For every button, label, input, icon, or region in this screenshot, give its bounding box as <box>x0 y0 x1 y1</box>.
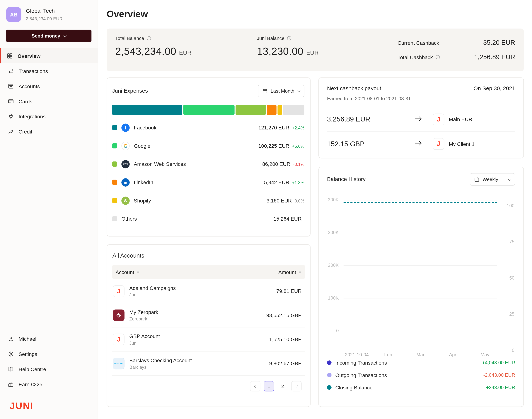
total-balance-label: Total Balance <box>115 36 144 41</box>
company-balance: 2,543,234.00 EUR <box>26 16 63 21</box>
expense-amount: 86,200 EUR <box>262 161 290 167</box>
sidebar-item-cards[interactable]: Cards <box>0 93 98 109</box>
expense-change: +5.6% <box>292 144 304 149</box>
y-axis-tick-right: 75 <box>502 239 514 244</box>
company-avatar: AB <box>6 7 21 22</box>
sort-by-account[interactable]: Account <box>116 269 140 275</box>
expense-amount: 121,270 EUR <box>258 125 289 131</box>
page-button[interactable]: 2 <box>277 381 288 392</box>
current-cashback-label: Current Cashback <box>397 40 439 46</box>
expense-change: +2.4% <box>292 126 304 131</box>
sidebar-item-overview[interactable]: Overview <box>0 48 98 64</box>
expense-row: G Google 100,225 EUR+5.6% <box>112 137 304 155</box>
sidebar-item-help-centre[interactable]: Help Centre <box>0 362 98 377</box>
company-name: Global Tech <box>26 7 63 14</box>
cashback-stats: Current Cashback 35.20 EUR Total Cashbac… <box>397 36 515 64</box>
transactions-icon <box>8 68 14 74</box>
table-row[interactable]: BARCLAYS Barclays Checking AccountBarcla… <box>112 352 305 376</box>
info-icon[interactable] <box>147 36 151 41</box>
y-axis-tick-left: 100K <box>325 295 339 301</box>
page-button[interactable]: 1 <box>264 381 274 392</box>
expense-bar-segment <box>267 105 277 115</box>
expense-bar-segment <box>236 105 266 115</box>
payout-row: 152.15 GBP J My Client 1 <box>327 131 515 156</box>
company-switcher[interactable]: AB Global Tech 2,543,234.00 EUR <box>0 7 98 22</box>
color-swatch <box>112 216 117 221</box>
info-icon[interactable] <box>287 36 292 41</box>
grid-icon <box>7 53 13 59</box>
sidebar-item-settings[interactable]: Settings <box>0 346 98 362</box>
y-axis-tick-right: 100 <box>502 203 514 208</box>
sidebar-item-user[interactable]: Michael <box>0 331 98 346</box>
legend-dot <box>327 385 331 389</box>
next-page-button[interactable] <box>291 381 302 392</box>
sidebar-item-integrations[interactable]: Integrations <box>0 109 98 124</box>
sidebar-item-transactions[interactable]: Transactions <box>0 64 98 79</box>
balance-history-card: Balance History Weekly 300K300K200K100K0… <box>319 167 524 407</box>
shopify-icon: S <box>121 196 130 205</box>
table-row[interactable]: J GBP AccountJuni 1,525.10 GBP <box>112 327 305 351</box>
accounts-table-header: Account Amount <box>112 265 305 279</box>
sidebar-item-credit[interactable]: Credit <box>0 124 98 139</box>
table-row[interactable]: J Ads and CampaignsJuni 79.81 EUR <box>112 279 305 303</box>
balance-history-chart: 300K300K200K100K01007550250 2021-10-04Fe… <box>327 193 515 349</box>
stats-bar: Total Balance 2,543,234.00EUR Juni Balan… <box>107 29 524 71</box>
color-swatch <box>112 198 117 203</box>
legend-value: +243.00 EUR <box>486 385 515 390</box>
next-cashback-payout-card: Next cashback payout On Sep 30, 2021 Ear… <box>319 78 524 158</box>
color-swatch <box>112 143 117 148</box>
gear-icon <box>8 351 14 357</box>
cashback-title: Next cashback payout <box>327 85 381 92</box>
expense-amount: 15,264 EUR <box>273 216 302 222</box>
account-amount: 79.81 EUR <box>276 288 302 294</box>
aws-icon: aws <box>121 160 130 168</box>
trend-up-icon <box>8 129 14 134</box>
table-row[interactable]: My ZeroparkZeropark 93,552.15 GBP <box>112 303 305 327</box>
period-select[interactable]: Last Month <box>258 85 304 97</box>
pagination: 1 2 <box>107 376 310 397</box>
interval-select[interactable]: Weekly <box>470 173 515 185</box>
expense-name: Google <box>134 143 150 149</box>
legend-label: Closing Balance <box>335 384 372 390</box>
sidebar-item-accounts[interactable]: Accounts <box>0 79 98 93</box>
cashback-date: On Sep 30, 2021 <box>474 85 515 92</box>
sidebar-item-earn[interactable]: Earn €225 <box>0 377 98 392</box>
calendar-icon <box>262 88 268 93</box>
expense-change: +1.3% <box>292 181 304 185</box>
expense-bar-segment <box>183 105 235 115</box>
previous-page-button[interactable] <box>250 381 260 392</box>
total-balance-value: 2,543,234.00 <box>115 45 176 57</box>
legend-label: Outgoing Transactions <box>335 372 387 378</box>
expense-change: -3.1% <box>293 162 304 167</box>
expense-bar-segment <box>283 105 304 115</box>
color-swatch <box>112 180 117 185</box>
expense-change: 0.0% <box>295 199 304 203</box>
account-column-label: Account <box>116 269 134 275</box>
sidebar-item-label: Earn €225 <box>19 381 42 387</box>
send-money-button[interactable]: Send money <box>6 30 92 42</box>
y-axis-tick-right: 50 <box>502 275 514 280</box>
total-balance-currency: EUR <box>179 50 192 56</box>
facebook-icon: f <box>121 123 130 132</box>
juni-balance-label: Juni Balance <box>257 36 285 41</box>
sidebar-item-label: Cards <box>19 98 32 104</box>
payout-amount: 152.15 GBP <box>327 140 415 148</box>
account-amount: 93,552.15 GBP <box>266 312 302 318</box>
chart-legend: Incoming Transactions +4,043.00 EUR Outg… <box>327 356 515 393</box>
period-select-value: Last Month <box>271 88 295 94</box>
sidebar-spacer <box>0 139 98 329</box>
sidebar-item-label: Accounts <box>19 83 40 89</box>
sort-by-amount[interactable]: Amount <box>278 269 302 275</box>
accounts-title: All Accounts <box>107 252 310 259</box>
legend-label: Incoming Transactions <box>335 360 387 366</box>
legend-item: Closing Balance +243.00 EUR <box>327 381 515 393</box>
sidebar-item-label: Integrations <box>19 113 46 119</box>
total-cashback-label: Total Cashback <box>397 54 433 60</box>
expense-list: f Facebook 121,270 EUR+2.4% G Google 100… <box>112 118 304 228</box>
info-icon[interactable] <box>435 55 440 60</box>
payout-amount: 3,256.89 EUR <box>327 115 415 123</box>
legend-value: +4,043.00 EUR <box>482 360 515 365</box>
juni-account-icon: J <box>433 113 444 125</box>
y-axis-tick-left: 0 <box>325 328 339 333</box>
expense-name: LinkedIn <box>134 179 153 185</box>
